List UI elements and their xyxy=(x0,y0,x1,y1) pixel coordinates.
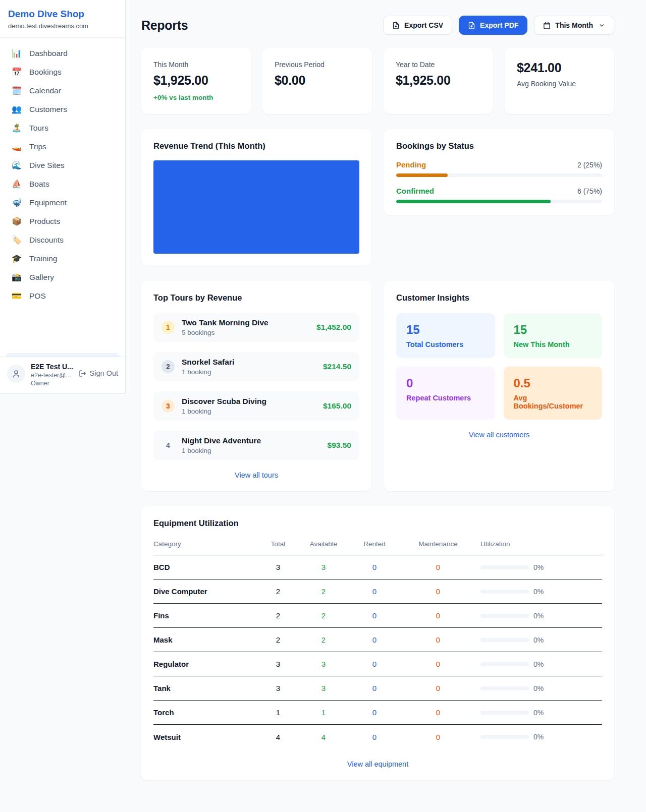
tour-name: Two Tank Morning Dive xyxy=(182,318,309,327)
insights-row: Top Tours by Revenue 1 Two Tank Morning … xyxy=(141,281,614,491)
sidebar-item-bookings[interactable]: 📅 Bookings xyxy=(6,63,119,81)
stat-card-this-month: This Month $1,925.00 +0% vs last month xyxy=(141,48,251,114)
tour-bookings: 1 booking xyxy=(182,408,316,415)
sidebar-item-pos[interactable]: 💳 POS xyxy=(6,286,119,305)
utilization-bar xyxy=(480,614,529,618)
insight-box-new-this-month: 15 New This Month xyxy=(504,313,603,358)
status-count: 2 (25%) xyxy=(577,161,602,169)
sidebar-item-trips[interactable]: 🚤 Trips xyxy=(6,137,119,156)
calendar-icon: 🗓️ xyxy=(11,86,22,95)
cell-maintenance: 0 xyxy=(403,635,473,644)
insight-box-avg-bookings-customer: 0.5 Avg Bookings/Customer xyxy=(504,367,603,420)
stat-value: $241.00 xyxy=(517,61,602,75)
sidebar-item-training[interactable]: 🎓 Training xyxy=(6,249,119,268)
cell-rented: 0 xyxy=(346,563,403,571)
tour-bookings: 1 booking xyxy=(182,368,316,376)
sidebar-item-label: Calendar xyxy=(29,86,61,95)
sidebar-item-gallery[interactable]: 📸 Gallery xyxy=(6,268,119,286)
equipment-icon: 🤿 xyxy=(11,198,22,207)
status-head: Pending 2 (25%) xyxy=(396,160,602,169)
user-role: Owner xyxy=(31,380,73,387)
sidebar-item-equipment[interactable]: 🤿 Equipment xyxy=(6,193,119,212)
view-all-customers-link[interactable]: View all customers xyxy=(396,431,602,439)
pos-icon: 💳 xyxy=(11,291,22,301)
page-title: Reports xyxy=(141,18,188,33)
export-csv-button[interactable]: Export CSV xyxy=(383,16,452,35)
stat-value: $0.00 xyxy=(275,73,360,88)
sidebar: Demo Dive Shop demo.test.divestreams.com… xyxy=(0,0,126,394)
cell-total: 3 xyxy=(255,660,301,668)
user-avatar xyxy=(7,365,25,383)
stat-label: This Month xyxy=(153,61,239,69)
cell-utilization: 0% xyxy=(473,588,602,596)
cell-maintenance: 0 xyxy=(403,660,473,668)
utilization-percent: 0% xyxy=(533,588,544,596)
col-maintenance: Maintenance xyxy=(403,540,473,548)
status-bar-track xyxy=(396,173,602,177)
sidebar-item-customers[interactable]: 👥 Customers xyxy=(6,100,119,119)
view-all-tours-link[interactable]: View all tours xyxy=(153,471,359,479)
sidebar-item-products[interactable]: 📦 Products xyxy=(6,212,119,230)
status-head: Confirmed 6 (75%) xyxy=(396,187,602,195)
cell-category: Wetsuit xyxy=(153,733,255,741)
stat-card-previous-period: Previous Period $0.00 xyxy=(262,48,372,114)
utilization-bar xyxy=(480,686,529,690)
dashboard-icon: 📊 xyxy=(11,48,22,58)
tour-revenue: $93.50 xyxy=(328,441,351,450)
status-row-confirmed: Confirmed 6 (75%) xyxy=(396,187,602,203)
sign-out-button[interactable]: Sign Out xyxy=(79,369,118,377)
cell-utilization: 0% xyxy=(473,660,602,668)
dive-sites-icon: 🌊 xyxy=(11,160,22,170)
utilization-percent: 0% xyxy=(533,709,544,717)
cell-total: 1 xyxy=(255,708,301,717)
brand: Demo Dive Shop demo.test.divestreams.com xyxy=(0,0,125,38)
sidebar-item-active-partial[interactable] xyxy=(6,353,119,357)
equipment-row-torch: Torch 1 1 0 0 0% xyxy=(153,701,602,725)
equipment-table-body: BCD 3 3 0 0 0% Dive Computer 2 2 0 0 0% … xyxy=(153,555,602,749)
sidebar-item-dashboard[interactable]: 📊 Dashboard xyxy=(6,44,119,63)
equipment-row-dive-computer: Dive Computer 2 2 0 0 0% xyxy=(153,579,602,604)
tour-row-discover-scuba-diving: 3 Discover Scuba Diving 1 booking $165.0… xyxy=(153,391,359,421)
sign-out-label: Sign Out xyxy=(90,369,118,377)
utilization-bar xyxy=(480,638,529,642)
cell-rented: 0 xyxy=(346,660,403,668)
utilization-bar xyxy=(480,711,529,715)
utilization-percent: 0% xyxy=(533,660,544,668)
cell-available: 2 xyxy=(301,587,346,596)
stat-label: Year to Date xyxy=(396,61,481,69)
sidebar-item-dive-sites[interactable]: 🌊 Dive Sites xyxy=(6,156,119,175)
stat-cards: This Month $1,925.00 +0% vs last month P… xyxy=(141,48,614,114)
sidebar-item-label: Boats xyxy=(29,180,49,189)
rank-badge: 1 xyxy=(162,321,175,334)
charts-row: Revenue Trend (This Month) Bookings by S… xyxy=(141,129,614,266)
equipment-row-fins: Fins 2 2 0 0 0% xyxy=(153,604,602,628)
cell-available: 3 xyxy=(301,684,346,692)
equipment-utilization-card: Equipment Utilization Category Total Ava… xyxy=(141,506,614,780)
utilization-percent: 0% xyxy=(533,612,544,620)
insight-box-total-customers: 15 Total Customers xyxy=(396,313,495,358)
cell-maintenance: 0 xyxy=(403,587,473,596)
tour-info: Snorkel Safari 1 booking xyxy=(182,358,316,376)
sidebar-item-boats[interactable]: ⛵ Boats xyxy=(6,175,119,193)
stat-label: Previous Period xyxy=(275,61,360,69)
top-tours-list: 1 Two Tank Morning Dive 5 bookings $1,45… xyxy=(153,313,359,460)
sidebar-item-label: Tours xyxy=(29,124,48,133)
export-pdf-button[interactable]: Export PDF xyxy=(459,16,527,35)
cell-rented: 0 xyxy=(346,708,403,717)
tour-info: Two Tank Morning Dive 5 bookings xyxy=(182,318,309,336)
sidebar-item-calendar[interactable]: 🗓️ Calendar xyxy=(6,81,119,100)
main-content: Reports Export CSV Export PDF This Month… xyxy=(141,0,614,800)
customer-insights-title: Customer Insights xyxy=(396,293,602,303)
col-category: Category xyxy=(153,540,255,548)
period-dropdown[interactable]: This Month xyxy=(534,16,614,35)
bookings-status-list: Pending 2 (25%) Confirmed 6 (75%) xyxy=(396,160,602,203)
status-label: Pending xyxy=(396,160,426,169)
sidebar-item-tours[interactable]: 🏝️ Tours xyxy=(6,119,119,137)
user-email: e2e-tester@... xyxy=(31,372,73,379)
view-all-equipment-link[interactable]: View all equipment xyxy=(153,760,602,768)
sidebar-item-discounts[interactable]: 🏷️ Discounts xyxy=(6,230,119,249)
top-tours-card: Top Tours by Revenue 1 Two Tank Morning … xyxy=(141,281,371,491)
sidebar-item-label: Dive Sites xyxy=(29,161,65,170)
cell-utilization: 0% xyxy=(473,733,602,741)
chevron-down-icon xyxy=(599,22,605,29)
